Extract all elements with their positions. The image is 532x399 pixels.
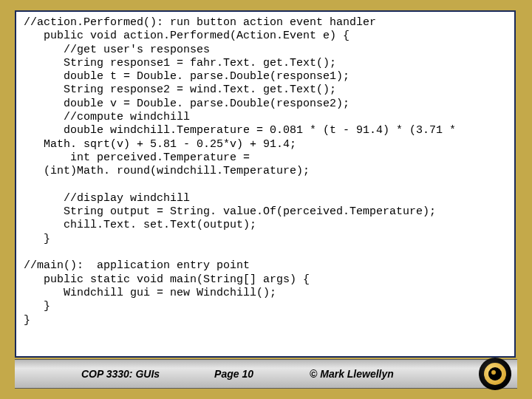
footer-page: Page 10 bbox=[214, 368, 253, 380]
footer-copyright: © Mark Llewellyn bbox=[310, 368, 394, 380]
slide: //action.Performed(): run button action … bbox=[0, 0, 532, 399]
code-panel: //action.Performed(): run button action … bbox=[15, 10, 516, 358]
pegasus-icon bbox=[484, 363, 506, 385]
footer-course: COP 3330: GUIs bbox=[81, 368, 160, 380]
ucf-logo bbox=[479, 358, 511, 390]
footer-bar: COP 3330: GUIs Page 10 © Mark Llewellyn bbox=[15, 359, 517, 389]
code-listing: //action.Performed(): run button action … bbox=[24, 16, 507, 327]
